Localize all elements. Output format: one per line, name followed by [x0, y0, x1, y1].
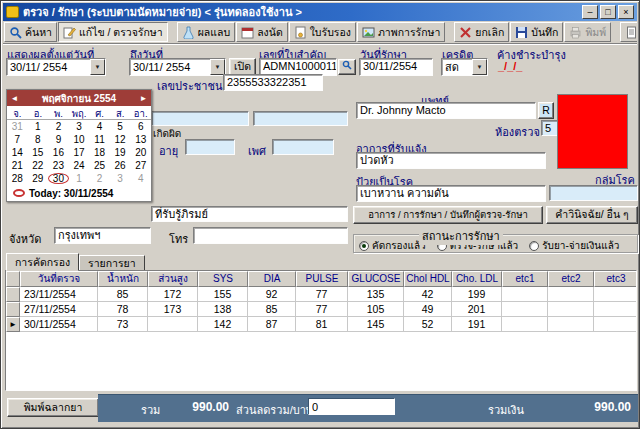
calendar-day[interactable]: 2: [89, 173, 110, 184]
table-cell[interactable]: [548, 317, 594, 332]
toolbar-button-edit[interactable]: แก้ไข / ตรวจรักษา: [58, 22, 168, 42]
table-cell[interactable]: 73: [98, 317, 148, 332]
table-column-header[interactable]: Cho. LDL: [452, 271, 502, 287]
disease-group-field[interactable]: [549, 185, 638, 201]
date-from-combo[interactable]: 30/11/ 2554 ▼: [6, 58, 106, 76]
table-cell[interactable]: 138: [198, 302, 248, 317]
table-cell[interactable]: 155: [198, 287, 248, 302]
calendar-day[interactable]: 4: [130, 173, 151, 184]
phone-field[interactable]: [193, 227, 348, 244]
calendar-day[interactable]: 17: [69, 147, 90, 158]
table-cell[interactable]: [502, 287, 548, 302]
table-cell[interactable]: [594, 302, 637, 317]
table-column-header[interactable]: น้ำหนัก: [98, 271, 148, 287]
citizen-id-field[interactable]: 2355533322351: [223, 74, 323, 91]
calendar-day[interactable]: 5: [110, 121, 131, 132]
calendar-day[interactable]: 3: [110, 173, 131, 184]
calendar-day[interactable]: 11: [89, 134, 110, 145]
table-cell[interactable]: [548, 302, 594, 317]
toolbar-button-image[interactable]: ภาพการรักษา: [357, 22, 445, 42]
row-selector[interactable]: ►: [6, 317, 20, 332]
table-cell[interactable]: [502, 317, 548, 332]
surname-field[interactable]: [253, 111, 348, 126]
chevron-down-icon[interactable]: ▼: [90, 59, 105, 75]
toolbar-button-cancel[interactable]: ยกเลิก: [454, 22, 509, 42]
calendar-day[interactable]: 1: [69, 173, 90, 184]
calendar-day[interactable]: 22: [28, 160, 49, 171]
doctor-field[interactable]: Dr. Johnny Macto: [356, 102, 536, 119]
table-cell[interactable]: 52: [404, 317, 452, 332]
calendar-day[interactable]: 20: [130, 147, 151, 158]
address-field[interactable]: ที่รับรู้ภิรมย์: [151, 206, 348, 222]
tab-screening[interactable]: การคัดกรอง: [6, 253, 79, 271]
print-drug-label-button[interactable]: พิมพ์ฉลากยา: [7, 398, 99, 417]
calendar-day[interactable]: 18: [89, 147, 110, 158]
calendar-day[interactable]: 25: [89, 160, 110, 171]
table-cell[interactable]: 105: [348, 302, 404, 317]
calendar-day[interactable]: 29: [28, 173, 49, 184]
doctor-lookup-button[interactable]: R: [538, 102, 554, 119]
calendar-day[interactable]: 8: [28, 134, 49, 145]
calendar-day[interactable]: 2: [48, 121, 69, 132]
status-radio-3[interactable]: รับยา-จ่ายเงินแล้ว: [529, 238, 619, 253]
table-cell[interactable]: 85: [98, 287, 148, 302]
doc-search-button[interactable]: [338, 59, 356, 75]
calendar-day[interactable]: 28: [7, 173, 28, 184]
discount-input[interactable]: [308, 398, 395, 415]
date-to-combo[interactable]: 30/11/ 2554 ▼: [129, 58, 226, 76]
table-cell[interactable]: 78: [98, 302, 148, 317]
row-selector[interactable]: [6, 302, 20, 317]
table-cell[interactable]: [594, 317, 637, 332]
sex-field[interactable]: [272, 139, 334, 155]
calendar-next-icon[interactable]: ►: [136, 94, 151, 103]
calendar-today-row[interactable]: Today: 30/11/2554: [7, 185, 151, 201]
title-bar[interactable]: ตรวจ / รักษา (ระบบตามนัดหมายจ่าย) < รุ่น…: [3, 3, 637, 21]
table-cell[interactable]: 201: [452, 302, 502, 317]
table-cell[interactable]: 199: [452, 287, 502, 302]
diagnosis-button[interactable]: คำวินิจฉัย/ อื่น ๆ: [546, 206, 638, 224]
province-field[interactable]: กรุงเทพฯ: [54, 227, 151, 244]
calendar-day[interactable]: 24: [69, 160, 90, 171]
table-cell[interactable]: [148, 317, 198, 332]
calendar-day[interactable]: 19: [110, 147, 131, 158]
calendar-day[interactable]: 21: [7, 160, 28, 171]
table-cell[interactable]: 135: [348, 287, 404, 302]
tab-medication[interactable]: รายการยา: [79, 255, 145, 271]
table-column-header[interactable]: etc1: [502, 271, 548, 287]
table-cell[interactable]: [548, 287, 594, 302]
close-button[interactable]: ×: [618, 5, 634, 19]
calendar-prev-icon[interactable]: ◄: [7, 94, 22, 103]
table-cell[interactable]: 30/11/2554: [20, 317, 98, 332]
table-cell[interactable]: 81: [296, 317, 348, 332]
table-cell[interactable]: 191: [452, 317, 502, 332]
table-column-header[interactable]: ส่วนสูง: [148, 271, 198, 287]
disease-field[interactable]: เบาหวาน ความดัน: [356, 185, 546, 202]
calendar-day[interactable]: 1: [28, 121, 49, 132]
calendar-day[interactable]: 4: [89, 121, 110, 132]
credit-combo[interactable]: สด ▼: [441, 58, 488, 76]
calendar-day[interactable]: 14: [7, 147, 28, 158]
table-cell[interactable]: 77: [296, 302, 348, 317]
calendar-day[interactable]: 12: [110, 134, 131, 145]
table-column-header[interactable]: Chol HDL: [404, 271, 452, 287]
table-cell[interactable]: [594, 287, 637, 302]
table-cell[interactable]: 49: [404, 302, 452, 317]
table-cell[interactable]: 27/11/2554: [20, 302, 98, 317]
table-column-header[interactable]: etc2: [548, 271, 594, 287]
visit-date-field[interactable]: 30/11/2554: [359, 58, 433, 76]
table-cell[interactable]: 92: [248, 287, 296, 302]
table-column-header[interactable]: PULSE: [296, 271, 348, 287]
chevron-down-icon[interactable]: ▼: [472, 59, 487, 75]
table-column-header[interactable]: etc3: [594, 271, 637, 287]
calendar-day[interactable]: 27: [130, 160, 151, 171]
calendar-day[interactable]: 6: [130, 121, 151, 132]
age-field[interactable]: [185, 139, 235, 155]
table-column-header[interactable]: GLUCOSE: [348, 271, 404, 287]
toolbar-button-lab[interactable]: ผลแลบ: [177, 22, 235, 42]
table-cell[interactable]: [502, 302, 548, 317]
symptom-field[interactable]: ปวดหัว: [356, 152, 546, 169]
calendar-day[interactable]: 9: [48, 134, 69, 145]
toolbar-button-receipt[interactable]: ใบเสร็จ: [620, 22, 637, 42]
table-cell[interactable]: 23/11/2554: [20, 287, 98, 302]
toolbar-button-calendar[interactable]: ลงนัด: [236, 22, 288, 42]
